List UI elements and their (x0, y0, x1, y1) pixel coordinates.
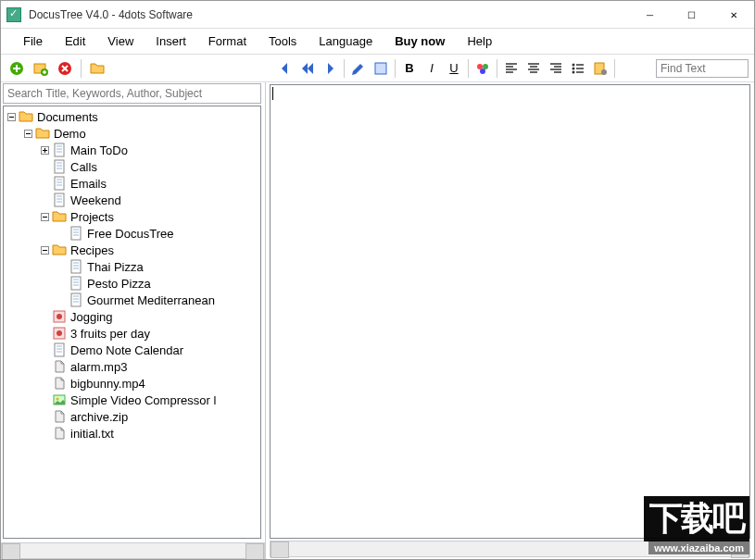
folder-icon (35, 126, 50, 141)
tree-node[interactable]: Free DocusTree (6, 225, 258, 242)
collapse-icon[interactable] (39, 244, 50, 255)
tree-node[interactable]: Calls (6, 158, 258, 175)
tree-spacer (39, 378, 50, 389)
app-icon (6, 7, 21, 22)
close-button[interactable]: ✕ (712, 1, 754, 29)
tree-node[interactable]: Demo Note Calendar (6, 342, 258, 358)
editor-area[interactable] (270, 84, 750, 539)
minimize-button[interactable]: ─ (629, 1, 671, 29)
svg-point-12 (601, 69, 607, 75)
menu-language[interactable]: Language (308, 31, 384, 52)
nav-back-all-button[interactable] (297, 58, 318, 79)
menu-help[interactable]: Help (456, 31, 503, 52)
image-icon (52, 392, 67, 407)
tree-node[interactable]: bigbunny.mp4 (6, 375, 258, 392)
menu-insert[interactable]: Insert (145, 31, 197, 52)
tree-node[interactable]: Simple Video Compressor l (6, 392, 258, 408)
tree-node[interactable]: alarm.mp3 (6, 358, 258, 375)
underline-button[interactable]: U (444, 58, 464, 79)
tree-node[interactable]: Recipes (6, 242, 258, 258)
tree-node[interactable]: Main ToDo (6, 142, 258, 158)
bullet-list-button[interactable] (568, 58, 588, 79)
menu-format[interactable]: Format (197, 31, 258, 52)
svg-point-10 (573, 70, 575, 73)
file-icon (52, 426, 67, 441)
tree-node-label: bigbunny.mp4 (70, 377, 145, 391)
file-icon (52, 409, 67, 424)
tree-spacer (56, 294, 67, 305)
folder-button[interactable] (87, 58, 107, 79)
find-input[interactable] (656, 59, 749, 78)
tree-node[interactable]: Pesto Pizza (6, 275, 258, 292)
add-button[interactable] (6, 58, 27, 79)
edit-button[interactable] (348, 58, 369, 79)
tree-node[interactable]: Thai Pizza (6, 258, 258, 275)
tree-node[interactable]: initial.txt (6, 425, 258, 442)
align-center-button[interactable] (523, 58, 544, 79)
expand-icon[interactable] (39, 144, 50, 156)
svg-point-6 (483, 64, 488, 69)
svg-rect-21 (71, 227, 81, 240)
tree-node[interactable]: archive.zip (6, 408, 258, 425)
nav-forward-button[interactable] (320, 58, 340, 79)
editor-hscrollbar[interactable] (270, 541, 750, 557)
menubar: FileEditViewInsertFormatToolsLanguageBuy… (1, 29, 754, 55)
options-button[interactable] (590, 58, 610, 79)
tree-spacer (56, 278, 67, 289)
tree-spacer (39, 178, 50, 189)
highlight-button[interactable] (371, 58, 391, 79)
bold-button[interactable]: B (399, 58, 420, 79)
color-button[interactable] (472, 58, 493, 79)
titlebar: DocusTree V4.0 - 4dots Software ─ ☐ ✕ (1, 1, 754, 29)
menu-buy-now[interactable]: Buy now (384, 31, 456, 52)
tree-node[interactable]: 3 fruits per day (6, 325, 258, 342)
tree-node[interactable]: Projects (6, 208, 258, 225)
collapse-icon[interactable] (22, 128, 33, 139)
maximize-button[interactable]: ☐ (671, 1, 712, 29)
nav-back-button[interactable] (275, 58, 296, 79)
align-left-button[interactable] (501, 58, 522, 79)
tree-node[interactable]: Weekend (6, 192, 258, 208)
svg-rect-24 (71, 277, 81, 290)
menu-file[interactable]: File (12, 31, 54, 52)
separator (497, 59, 497, 78)
tree-node[interactable]: Jogging (6, 308, 258, 325)
delete-button[interactable] (55, 58, 75, 79)
svg-point-29 (57, 330, 62, 336)
right-pane (266, 82, 754, 559)
tree-node[interactable]: Demo (6, 125, 258, 142)
italic-button[interactable]: I (422, 58, 442, 79)
doc-icon (52, 176, 67, 191)
svg-rect-4 (375, 63, 386, 74)
tree-spacer (39, 428, 50, 439)
folder-icon (52, 209, 67, 224)
align-right-button[interactable] (546, 58, 566, 79)
tree-node-label: Weekend (70, 193, 121, 207)
tree-node-label: Free DocusTree (87, 227, 173, 241)
tree-node[interactable]: Emails (6, 175, 258, 192)
doc-icon (69, 276, 83, 291)
tree-spacer (39, 361, 50, 372)
menu-edit[interactable]: Edit (54, 31, 96, 52)
tree-spacer (56, 228, 67, 239)
tree-node[interactable]: Documents (6, 108, 258, 125)
tree-node-label: initial.txt (70, 427, 114, 441)
tree-node-label: Demo Note Calendar (70, 343, 183, 357)
tree-node[interactable]: Gourmet Mediterranean (6, 292, 258, 308)
activity-icon (52, 309, 67, 324)
tree-view[interactable]: DocumentsDemoMain ToDoCallsEmailsWeekend… (3, 106, 261, 539)
menu-tools[interactable]: Tools (258, 31, 308, 52)
collapse-icon[interactable] (39, 211, 50, 222)
content-area: DocumentsDemoMain ToDoCallsEmailsWeekend… (1, 82, 754, 559)
tree-node-label: archive.zip (70, 410, 128, 424)
svg-rect-16 (55, 143, 64, 156)
collapse-icon[interactable] (6, 111, 17, 122)
tree-node-label: Jogging (70, 310, 113, 324)
editor-toolbar: B I U (271, 58, 749, 79)
add-child-button[interactable] (31, 58, 51, 79)
tree-node-label: alarm.mp3 (70, 360, 127, 374)
search-input[interactable] (3, 83, 261, 104)
tree-node-label: Gourmet Mediterranean (87, 293, 215, 307)
left-hscrollbar[interactable] (1, 542, 265, 559)
menu-view[interactable]: View (96, 31, 145, 52)
